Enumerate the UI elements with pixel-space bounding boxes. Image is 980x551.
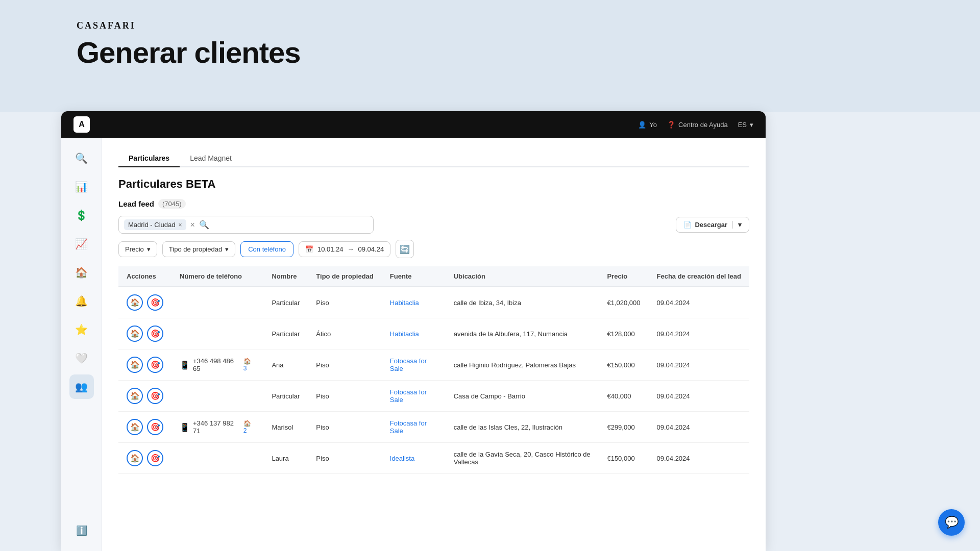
- star-icon: ⭐: [75, 323, 88, 336]
- cell-property-type: Piso: [308, 287, 381, 318]
- sidebar-item-people[interactable]: 👥: [69, 374, 94, 399]
- action-target-icon[interactable]: 🎯: [147, 450, 163, 466]
- sidebar-item-bell[interactable]: 🔔: [69, 289, 94, 313]
- section-title: Particulares BETA: [118, 178, 749, 191]
- info-icon: ℹ️: [76, 525, 87, 536]
- price-filter[interactable]: Precio ▾: [118, 241, 157, 257]
- cell-actions: 🏠 🎯: [118, 381, 172, 412]
- tab-particulares[interactable]: Particulares: [118, 150, 180, 167]
- filter-tag-label: Madrid - Ciudad: [128, 221, 176, 229]
- cell-location: calle Higinio Rodríguez, Palomeras Bajas: [446, 349, 599, 381]
- cell-phone: 📱 +346 498 486 65 🏠 3: [172, 349, 263, 381]
- sidebar-item-info[interactable]: ℹ️: [69, 518, 94, 543]
- source-link[interactable]: Fotocasa for Sale: [390, 388, 427, 404]
- sidebar-item-money[interactable]: 💲: [69, 203, 94, 228]
- col-acciones: Acciones: [118, 266, 172, 287]
- cell-name: Particular: [263, 287, 308, 318]
- app-window: A 👤 Yo ❓ Centro de Ayuda ES ▾ 🔍 📊: [61, 111, 766, 551]
- property-type-filter[interactable]: Tipo de propiedad ▾: [162, 241, 235, 257]
- navbar-right: 👤 Yo ❓ Centro de Ayuda ES ▾: [638, 121, 753, 129]
- sidebar-item-chart[interactable]: 📈: [69, 232, 94, 256]
- navbar: A 👤 Yo ❓ Centro de Ayuda ES ▾: [61, 111, 766, 138]
- table-row: 🏠 🎯 ParticularPisoFotocasa for SaleCasa …: [118, 381, 749, 412]
- action-target-icon[interactable]: 🎯: [147, 357, 163, 373]
- chat-fab-button[interactable]: 💬: [938, 509, 965, 536]
- action-home-icon[interactable]: 🏠: [127, 294, 143, 311]
- action-target-icon[interactable]: 🎯: [147, 388, 163, 404]
- action-target-icon[interactable]: 🎯: [147, 419, 163, 435]
- brand-area: CASAFARI Generar clientes: [77, 20, 301, 69]
- chat-icon: 💬: [945, 516, 959, 529]
- col-property-type: Tipo de propiedad: [308, 266, 381, 287]
- source-link[interactable]: Habitaclia: [390, 330, 419, 338]
- filter-row: Precio ▾ Tipo de propiedad ▾ Con teléfon…: [118, 240, 749, 258]
- sidebar-item-home[interactable]: 🏠: [69, 260, 94, 285]
- bell-icon: 🔔: [75, 295, 88, 307]
- search-icon: 🔍: [75, 152, 88, 164]
- cell-source[interactable]: Fotocasa for Sale: [382, 381, 446, 412]
- cell-date: 09.04.2024: [649, 443, 750, 474]
- cell-phone: [172, 287, 263, 318]
- cell-source[interactable]: Habitaclia: [382, 318, 446, 349]
- cell-source[interactable]: Habitaclia: [382, 287, 446, 318]
- whatsapp-icon: 📱: [180, 422, 190, 432]
- cell-source[interactable]: Idealista: [382, 443, 446, 474]
- calendar-icon: 📅: [305, 245, 313, 253]
- refresh-button[interactable]: 🔄: [396, 240, 414, 258]
- navbar-lang[interactable]: ES ▾: [738, 121, 753, 129]
- table-header: Acciones Número de teléfono Nombre Tipo …: [118, 266, 749, 287]
- source-link[interactable]: Fotocasa for Sale: [390, 357, 427, 372]
- source-link[interactable]: Habitaclia: [390, 299, 419, 307]
- sidebar-item-heart[interactable]: 🤍: [69, 346, 94, 370]
- cell-date: 09.04.2024: [649, 412, 750, 443]
- source-link[interactable]: Idealista: [390, 455, 414, 462]
- lead-feed-title: Lead feed: [118, 199, 154, 208]
- sidebar-item-search[interactable]: 🔍: [69, 146, 94, 170]
- download-button[interactable]: 📄 Descargar ▾: [676, 217, 749, 233]
- action-home-icon[interactable]: 🏠: [127, 419, 143, 435]
- cell-source[interactable]: Fotocasa for Sale: [382, 349, 446, 381]
- navbar-help[interactable]: ❓ Centro de Ayuda: [667, 121, 728, 129]
- sidebar-item-star[interactable]: ⭐: [69, 317, 94, 342]
- action-home-icon[interactable]: 🏠: [127, 325, 143, 342]
- cell-location: avenida de la Albufera, 117, Numancia: [446, 318, 599, 349]
- sidebar-item-stats[interactable]: 📊: [69, 174, 94, 199]
- action-icons: 🏠 🎯: [127, 450, 163, 466]
- leads-table: Acciones Número de teléfono Nombre Tipo …: [118, 266, 749, 474]
- search-submit-icon[interactable]: 🔍: [199, 220, 209, 230]
- cell-property-type: Ático: [308, 318, 381, 349]
- action-home-icon[interactable]: 🏠: [127, 450, 143, 466]
- navbar-user[interactable]: 👤 Yo: [638, 121, 657, 129]
- download-label: Descargar: [695, 221, 727, 229]
- date-range-filter[interactable]: 📅 10.01.24 → 09.04.24: [299, 241, 390, 257]
- action-target-icon[interactable]: 🎯: [147, 325, 163, 342]
- cell-date: 09.04.2024: [649, 287, 750, 318]
- count-badge: 🏠 2: [243, 420, 256, 434]
- search-clear-button[interactable]: ×: [190, 220, 195, 230]
- cell-price: €40,000: [599, 381, 648, 412]
- cell-actions: 🏠 🎯: [118, 287, 172, 318]
- action-target-icon[interactable]: 🎯: [147, 294, 163, 311]
- download-dropdown-arrow[interactable]: ▾: [732, 221, 742, 229]
- tab-lead-magnet[interactable]: Lead Magnet: [180, 150, 242, 167]
- cell-name: Marisol: [263, 412, 308, 443]
- page-title: Generar clientes: [77, 35, 301, 69]
- money-icon: 💲: [75, 209, 88, 221]
- action-home-icon[interactable]: 🏠: [127, 357, 143, 373]
- phone-cell: 📱 +346 137 982 71 🏠 2: [180, 419, 255, 435]
- filter-tag-close[interactable]: ×: [179, 221, 182, 229]
- action-home-icon[interactable]: 🏠: [127, 388, 143, 404]
- download-icon: 📄: [683, 221, 692, 229]
- cell-date: 09.04.2024: [649, 381, 750, 412]
- search-box[interactable]: Madrid - Ciudad × × 🔍: [118, 216, 374, 234]
- source-link[interactable]: Fotocasa for Sale: [390, 419, 427, 435]
- sidebar: 🔍 📊 💲 📈 🏠 🔔 ⭐ 🤍 �: [61, 138, 102, 551]
- cell-price: €150,000: [599, 443, 648, 474]
- chart-icon: 📈: [75, 238, 88, 250]
- refresh-icon: 🔄: [400, 244, 410, 254]
- phone-filter-button[interactable]: Con teléfono: [240, 241, 293, 257]
- col-source: Fuente: [382, 266, 446, 287]
- cell-source[interactable]: Fotocasa for Sale: [382, 412, 446, 443]
- people-icon: 👥: [75, 381, 88, 393]
- table-row: 🏠 🎯 📱 +346 498 486 65 🏠 3 AnaPisoFotocas…: [118, 349, 749, 381]
